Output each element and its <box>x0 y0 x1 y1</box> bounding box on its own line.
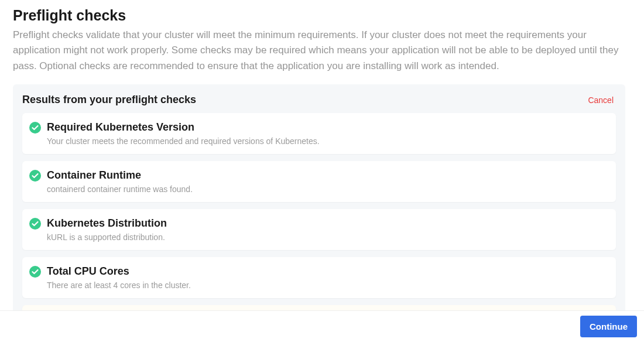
check-circle-icon <box>29 266 41 278</box>
results-title: Results from your preflight checks <box>22 94 196 106</box>
check-card: Total CPU CoresThere are at least 4 core… <box>22 257 616 298</box>
check-card: Kubernetes DistributionkURL is a support… <box>22 209 616 250</box>
check-body: Total CPU CoresThere are at least 4 core… <box>47 265 607 290</box>
check-description: There are at least 4 cores in the cluste… <box>47 281 607 290</box>
check-circle-icon <box>29 218 41 230</box>
cancel-link[interactable]: Cancel <box>588 95 614 105</box>
check-card: Container Runtimecontainerd container ru… <box>22 161 616 202</box>
results-panel: Results from your preflight checks Cance… <box>13 84 625 310</box>
check-circle-icon <box>29 170 41 182</box>
check-card: Must have at least 3 nodes in the cluste… <box>22 305 616 310</box>
check-description: kURL is a supported distribution. <box>47 232 607 242</box>
check-circle-icon <box>29 122 41 134</box>
check-description: Your cluster meets the recommended and r… <box>47 136 607 146</box>
page-title: Preflight checks <box>13 0 625 28</box>
check-title: Total CPU Cores <box>47 265 607 281</box>
check-description: containerd container runtime was found. <box>47 184 607 194</box>
check-body: Container Runtimecontainerd container ru… <box>47 169 607 194</box>
check-body: Required Kubernetes VersionYour cluster … <box>47 121 607 146</box>
check-circle-icon <box>29 266 41 278</box>
checks-list: Required Kubernetes VersionYour cluster … <box>22 113 616 310</box>
check-title: Container Runtime <box>47 169 607 184</box>
footer-bar: Continue <box>0 310 644 342</box>
check-title: Required Kubernetes Version <box>47 121 607 136</box>
check-circle-icon <box>29 170 41 182</box>
page-description: Preflight checks validate that your clus… <box>13 28 625 84</box>
check-body: Kubernetes DistributionkURL is a support… <box>47 217 607 242</box>
check-circle-icon <box>29 218 41 230</box>
results-header: Results from your preflight checks Cance… <box>22 94 616 113</box>
main-scroll-area[interactable]: Preflight checks Preflight checks valida… <box>0 0 638 310</box>
check-title: Kubernetes Distribution <box>47 217 607 232</box>
continue-button[interactable]: Continue <box>580 316 637 337</box>
check-card: Required Kubernetes VersionYour cluster … <box>22 113 616 154</box>
check-circle-icon <box>29 122 41 134</box>
